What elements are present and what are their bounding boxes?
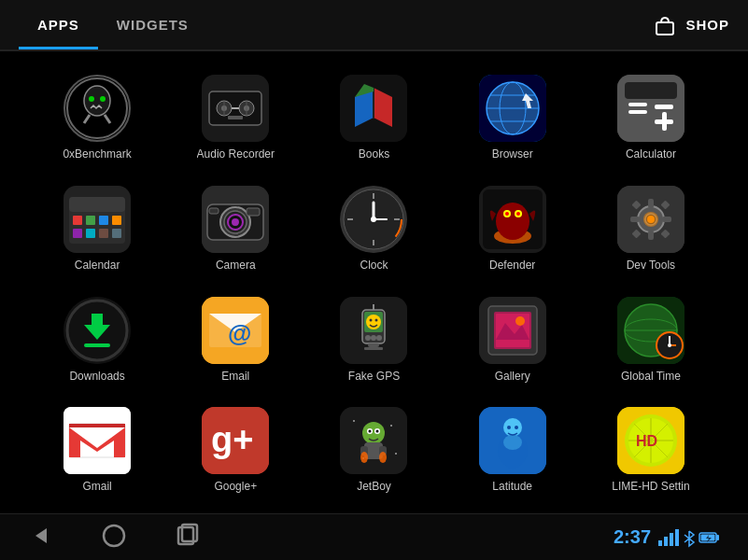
app-item-latitude[interactable]: Latitude (444, 398, 582, 499)
app-icon-calculator (617, 75, 684, 142)
nav-home-button[interactable] (101, 523, 127, 553)
bluetooth-icon (683, 529, 696, 546)
svg-point-68 (505, 212, 509, 216)
svg-rect-158 (675, 529, 679, 546)
app-item-gallery[interactable]: Gallery (444, 287, 582, 389)
svg-point-125 (390, 425, 392, 427)
svg-rect-28 (655, 105, 673, 109)
tab-apps[interactable]: APPS (19, 2, 98, 48)
app-icon-downloads (64, 297, 131, 364)
app-item-fake-gps[interactable]: Fake GPS (304, 287, 443, 389)
svg-rect-156 (664, 537, 668, 546)
svg-rect-50 (209, 208, 219, 214)
app-label-clock: Clock (360, 259, 388, 272)
app-item-books[interactable]: Books (304, 65, 443, 167)
app-icon-books (340, 75, 407, 142)
bottom-bar: 2:37 (0, 513, 748, 560)
svg-point-137 (379, 452, 387, 463)
svg-rect-35 (69, 197, 125, 212)
app-label-0xbenchmark: 0xBenchmark (63, 147, 131, 161)
app-item-global-time[interactable]: Global Time (582, 287, 720, 389)
battery-icon (699, 531, 720, 544)
svg-rect-38 (99, 216, 108, 225)
shop-icon[interactable] (652, 12, 678, 38)
svg-rect-39 (112, 216, 121, 225)
app-label-jetboy: JetBoy (357, 480, 391, 493)
app-item-browser[interactable]: Browser (444, 65, 582, 167)
svg-text:@: @ (228, 319, 251, 347)
svg-point-139 (503, 418, 522, 437)
app-label-email: Email (221, 370, 249, 383)
svg-point-124 (353, 420, 355, 422)
svg-point-2 (84, 86, 110, 116)
app-label-gmail: Gmail (82, 480, 111, 493)
app-item-dev-tools[interactable]: Dev Tools (582, 176, 720, 278)
app-item-gmail[interactable]: Gmail (28, 398, 166, 499)
svg-marker-151 (35, 528, 47, 543)
app-item-audio-recorder[interactable]: Audio Recorder (166, 65, 304, 167)
nav-icons (28, 523, 200, 553)
app-item-downloads[interactable]: Downloads (28, 287, 166, 389)
svg-point-141 (507, 426, 511, 429)
svg-point-69 (516, 212, 520, 216)
shop-label: SHOP (685, 17, 729, 33)
svg-point-99 (370, 318, 373, 321)
svg-point-97 (376, 335, 382, 341)
svg-point-3 (89, 96, 94, 102)
app-icon-gmail (64, 407, 131, 474)
app-item-jetboy[interactable]: JetBoy (304, 398, 443, 499)
app-label-google-plus: Google+ (214, 480, 257, 493)
app-item-email[interactable]: @ Email (166, 287, 304, 389)
top-bar-right: SHOP (652, 12, 729, 38)
app-label-lime-hd: LIME-HD Settin (612, 480, 689, 493)
app-label-calculator: Calculator (626, 147, 676, 161)
app-label-camera: Camera (216, 259, 256, 272)
svg-rect-36 (73, 216, 82, 225)
svg-rect-101 (368, 343, 379, 347)
app-icon-camera (202, 186, 269, 253)
app-label-books: Books (359, 147, 389, 161)
svg-point-142 (515, 426, 518, 429)
svg-point-152 (104, 525, 124, 546)
svg-rect-75 (630, 217, 640, 222)
svg-point-96 (371, 335, 376, 341)
app-icon-audio-recorder (202, 75, 269, 142)
svg-rect-27 (625, 82, 677, 99)
app-icon-global-time (617, 297, 684, 364)
status-icons (658, 529, 720, 546)
svg-rect-0 (656, 22, 673, 35)
svg-point-65 (496, 203, 529, 240)
svg-rect-31 (628, 103, 647, 106)
app-icon-clock (340, 186, 407, 253)
svg-rect-32 (628, 110, 647, 114)
signal-icon (658, 529, 679, 546)
app-label-browser: Browser (492, 147, 533, 161)
app-item-camera[interactable]: Camera (166, 176, 304, 278)
svg-point-100 (375, 318, 378, 321)
svg-point-136 (360, 452, 368, 463)
app-item-0xbenchmark[interactable]: 0xBenchmark (28, 65, 166, 167)
nav-back-button[interactable] (28, 523, 54, 553)
svg-rect-157 (670, 533, 673, 546)
app-icon-google-plus: g+ (202, 407, 269, 474)
svg-rect-14 (228, 116, 243, 119)
app-item-calculator[interactable]: Calculator (582, 65, 720, 167)
app-label-downloads: Downloads (69, 370, 124, 383)
top-bar: APPS WIDGETS SHOP (0, 0, 748, 51)
app-item-defender[interactable]: Defender (444, 176, 582, 278)
tab-widgets[interactable]: WIDGETS (98, 2, 207, 48)
app-grid: 0xBenchmark Audio Recorder (0, 51, 748, 513)
app-icon-gallery (479, 297, 546, 364)
svg-point-82 (647, 216, 655, 223)
app-icon-0xbenchmark (64, 75, 131, 142)
nav-recents-button[interactable] (174, 523, 200, 553)
app-item-lime-hd[interactable]: HD LIME-HD Settin (582, 398, 720, 499)
svg-point-95 (365, 335, 371, 341)
app-item-calendar[interactable]: Calendar (28, 176, 166, 278)
svg-point-60 (371, 217, 376, 222)
app-item-google-plus[interactable]: g+ Google+ (166, 398, 304, 499)
app-icon-browser (479, 75, 546, 142)
svg-text:g+: g+ (211, 420, 253, 459)
svg-rect-155 (658, 540, 662, 546)
app-item-clock[interactable]: Clock (304, 176, 443, 278)
